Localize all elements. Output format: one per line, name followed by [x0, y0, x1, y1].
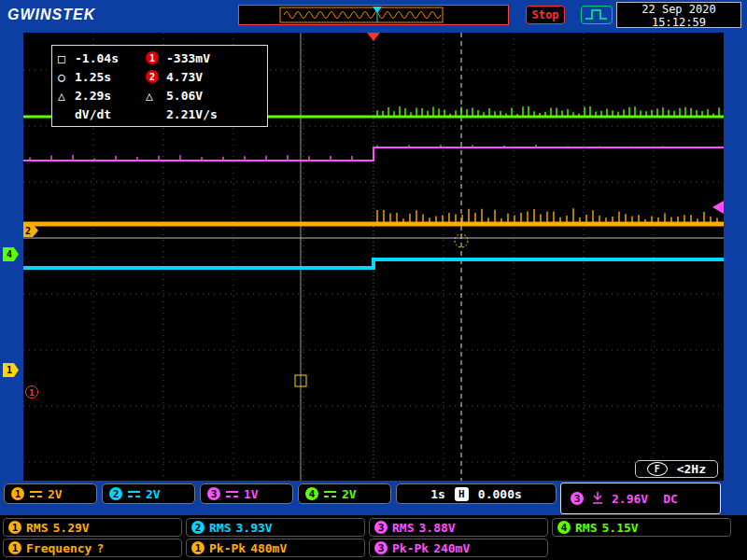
- measurement-channel-badge: 1: [191, 541, 204, 554]
- trigger-source-badge: 3: [571, 492, 584, 505]
- trigger-level-icon: [591, 490, 604, 507]
- measurement-label: RMS: [209, 521, 231, 535]
- timebase-box[interactable]: 1s H 0.000s: [396, 483, 557, 504]
- channel-1-status[interactable]: 12V: [4, 483, 97, 504]
- time-text: 15:12:59: [617, 16, 740, 29]
- horizontal-icon: H: [455, 487, 469, 501]
- measurement-channel-badge: 3: [374, 521, 388, 534]
- cursor-row-0: □-1.04s1-333mV: [58, 49, 261, 67]
- trigger-level-value: 2.96V: [612, 492, 648, 506]
- ch4-trace-noise: [377, 106, 719, 117]
- measurement-label: RMS: [575, 521, 597, 535]
- run-stop-button[interactable]: Stop: [526, 6, 565, 24]
- measurement-frequency-ch1: 1Frequency?: [3, 539, 182, 557]
- trigger-frequency-readout: F <2Hz: [635, 460, 718, 478]
- channel-1-edge-marker[interactable]: 1: [3, 363, 19, 377]
- measurement-pkpk-ch1: 1Pk-Pk480mV: [186, 539, 365, 557]
- measurement-label: Pk-Pk: [209, 541, 246, 555]
- channel-2-scale: 2V: [146, 487, 161, 501]
- cursor-row-1: ○1.25s24.73V: [58, 67, 261, 86]
- scope-display: 21 □-1.04s1-333mV○1.25s24.73V△2.29s△5.06…: [23, 33, 724, 481]
- measurement-value: 480mV: [250, 541, 287, 555]
- channel-3-status[interactable]: 31V: [200, 483, 293, 504]
- measurement-rms-ch1: 1RMS5.29V: [3, 518, 182, 537]
- measurement-rms-ch4: 4RMS5.15V: [552, 518, 731, 537]
- frequency-value: <2Hz: [677, 462, 706, 476]
- measurement-label: RMS: [392, 521, 414, 535]
- acquisition-preview: [238, 5, 509, 25]
- trigger-position-arrow[interactable]: [367, 33, 380, 41]
- measurement-value: 5.15V: [601, 521, 638, 535]
- channel-4-status[interactable]: 42V: [298, 483, 391, 504]
- trigger-mode-box: [581, 6, 613, 24]
- measurement-value: ?: [96, 541, 104, 555]
- ch2-trace: [23, 259, 724, 268]
- measurement-channel-badge: 2: [191, 521, 204, 534]
- measurement-channel-badge: 3: [374, 541, 388, 554]
- channel-1-badge: 1: [11, 487, 24, 500]
- channel-4-edge-marker[interactable]: 4: [3, 247, 19, 261]
- coupling-dc-icon: [324, 491, 336, 497]
- measurement-pkpk-ch3: 3Pk-Pk240mV: [369, 539, 548, 557]
- measurement-value: 5.29V: [52, 521, 89, 535]
- coupling-dc-icon: [30, 491, 42, 497]
- measurement-rms-ch3: 3RMS3.88V: [369, 518, 548, 537]
- measurement-channel-badge: 4: [557, 521, 571, 534]
- trigger-coupling: DC: [663, 492, 678, 506]
- trigger-status-box[interactable]: 3 2.96V DC: [560, 483, 721, 514]
- channel-4-badge: 4: [305, 487, 318, 500]
- preview-trigger-marker: [373, 7, 382, 13]
- channel-4-scale: 2V: [342, 487, 357, 501]
- top-bar: GWINSTEK Stop 22 Sep 2020 15:12:59: [0, 0, 747, 30]
- measurement-label: Pk-Pk: [392, 541, 429, 555]
- measurement-channel-badge: 1: [8, 541, 21, 554]
- measurement-label: RMS: [26, 521, 48, 535]
- measurement-rms-ch2: 2RMS3.93V: [186, 518, 365, 537]
- measurement-label: Frequency: [26, 541, 92, 555]
- brand-logo: GWINSTEK: [7, 7, 95, 23]
- datetime-display: 22 Sep 2020 15:12:59: [616, 2, 741, 28]
- marker-label: 2: [25, 226, 31, 236]
- coupling-dc-icon: [226, 491, 238, 497]
- timebase-scale: 1s: [430, 487, 445, 501]
- frequency-f-icon: F: [647, 462, 668, 476]
- record-preview-waveform: [239, 6, 506, 24]
- ch3-trace: [23, 147, 724, 161]
- trigger-slope-icon: [583, 7, 611, 23]
- measurement-value: 3.88V: [418, 521, 455, 535]
- cursor-channel-badge: 1: [146, 51, 159, 64]
- trigger-level-arrow[interactable]: [712, 201, 724, 214]
- measurement-value: 3.93V: [235, 521, 272, 535]
- date-text: 22 Sep 2020: [617, 3, 740, 16]
- horizontal-position: 0.000s: [478, 487, 522, 501]
- measurement-value: 240mV: [433, 541, 470, 555]
- channel-3-badge: 3: [207, 487, 220, 500]
- cursor-readout-panel: □-1.04s1-333mV○1.25s24.73V△2.29s△5.06VdV…: [51, 45, 268, 127]
- cursor-channel-badge: 2: [146, 70, 159, 83]
- measurement-channel-badge: 1: [8, 521, 21, 534]
- marker-label: 1: [29, 388, 34, 398]
- channel-2-badge: 2: [109, 487, 122, 500]
- preview-sine: [284, 12, 441, 19]
- channel-1-scale: 2V: [48, 487, 63, 501]
- ch1-trace-noise: [377, 208, 717, 223]
- cursor-row-2: △2.29s△5.06V: [58, 86, 261, 105]
- channel-2-status[interactable]: 22V: [102, 483, 195, 504]
- cursor-row-3: dV/dt2.21V/s: [58, 105, 261, 123]
- coupling-dc-icon: [128, 491, 140, 497]
- channel-3-scale: 1V: [244, 487, 259, 501]
